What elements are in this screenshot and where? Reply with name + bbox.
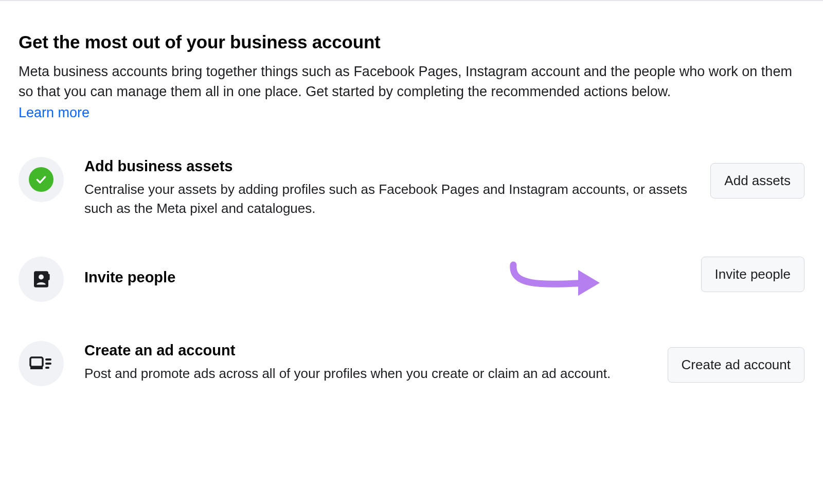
action-list: Add business assets Centralise your asse… (19, 157, 804, 386)
status-icon-complete (19, 157, 64, 202)
svg-rect-2 (47, 274, 49, 280)
ad-account-icon (19, 341, 64, 386)
action-title: Add business assets (84, 158, 690, 175)
svg-rect-5 (45, 358, 51, 361)
svg-rect-6 (45, 363, 51, 365)
action-row-create-ad-account: Create an ad account Post and promote ad… (19, 341, 804, 386)
svg-rect-4 (30, 367, 43, 369)
invite-people-icon (19, 257, 64, 302)
learn-more-link[interactable]: Learn more (19, 105, 90, 121)
action-description: Centralise your assets by adding profile… (84, 180, 690, 218)
invite-people-button[interactable]: Invite people (701, 257, 804, 292)
onboarding-panel: Get the most out of your business accoun… (0, 1, 823, 405)
action-row-invite-people: Invite people Invite people (19, 257, 804, 302)
page-description: Meta business accounts bring together th… (19, 62, 804, 102)
svg-point-1 (39, 275, 44, 280)
action-content: Invite people (84, 268, 681, 291)
action-row-add-assets: Add business assets Centralise your asse… (19, 157, 804, 218)
action-description: Post and promote ads across all of your … (84, 364, 647, 383)
person-card-icon (30, 268, 52, 290)
action-title: Create an ad account (84, 342, 647, 359)
action-title: Invite people (84, 269, 681, 286)
svg-rect-7 (45, 367, 49, 369)
action-content: Create an ad account Post and promote ad… (84, 341, 647, 383)
action-content: Add business assets Centralise your asse… (84, 157, 690, 218)
add-assets-button[interactable]: Add assets (710, 163, 804, 199)
header-section: Get the most out of your business accoun… (19, 32, 804, 121)
svg-rect-3 (30, 357, 43, 367)
page-title: Get the most out of your business accoun… (19, 32, 804, 52)
create-ad-account-button[interactable]: Create ad account (668, 347, 804, 383)
ad-account-glyph-icon (29, 354, 53, 373)
check-icon (29, 167, 53, 192)
